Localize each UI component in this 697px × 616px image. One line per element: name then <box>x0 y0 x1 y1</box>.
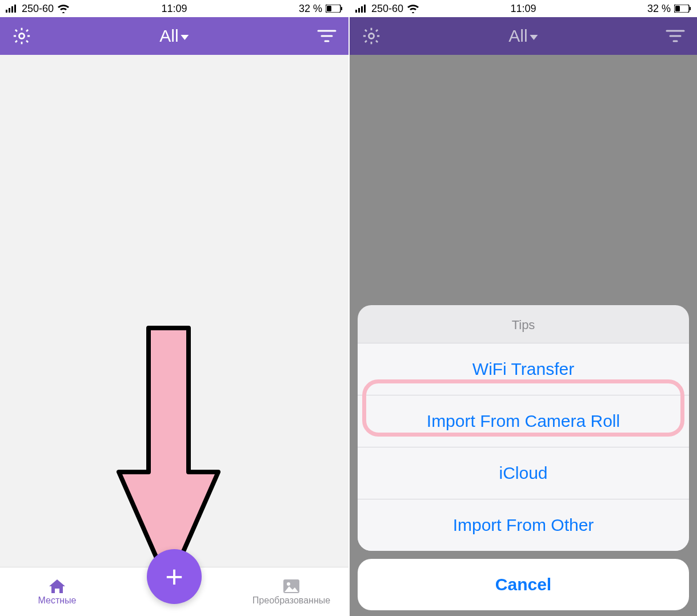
signal-icon <box>6 5 18 13</box>
status-right: 32 % <box>299 3 343 15</box>
nav-title-dropdown[interactable]: All <box>508 26 538 46</box>
filter-button[interactable] <box>664 25 687 47</box>
sheet-item-import-camera-roll[interactable]: Import From Camera Roll <box>358 395 689 447</box>
nav-title-label: All <box>508 26 527 46</box>
status-bar: 250-60 11:09 32 % <box>0 0 348 17</box>
status-right: 32 % <box>647 3 691 15</box>
svg-rect-15 <box>361 6 363 13</box>
screen-left: 250-60 11:09 32 % All <box>0 0 348 616</box>
status-left: 250-60 <box>355 3 419 15</box>
sheet-group: Tips WiFi Transfer Import From Camera Ro… <box>358 305 689 551</box>
sheet-item-wifi-transfer[interactable]: WiFi Transfer <box>358 343 689 395</box>
signal-icon <box>355 5 368 13</box>
clock: 11:09 <box>510 3 536 15</box>
carrier-label: 250-60 <box>371 3 403 15</box>
wifi-icon <box>407 4 419 13</box>
tab-converted[interactable]: Преобразованные <box>251 578 331 606</box>
svg-rect-16 <box>364 5 366 13</box>
nav-bar: All <box>0 17 348 55</box>
chevron-down-icon <box>181 35 189 40</box>
chevron-down-icon <box>530 35 538 40</box>
svg-rect-1 <box>9 8 10 13</box>
battery-icon <box>326 5 343 13</box>
svg-point-12 <box>287 582 290 586</box>
status-left: 250-60 <box>6 3 70 15</box>
svg-rect-13 <box>355 10 357 13</box>
battery-label: 32 % <box>299 3 322 15</box>
sheet-cancel-button[interactable]: Cancel <box>358 559 689 610</box>
svg-rect-0 <box>6 10 7 13</box>
carrier-label: 250-60 <box>22 3 54 15</box>
svg-rect-5 <box>327 6 331 11</box>
svg-point-20 <box>368 33 374 38</box>
action-sheet: Tips WiFi Transfer Import From Camera Ro… <box>358 305 689 610</box>
add-button[interactable]: + <box>147 549 202 604</box>
battery-icon <box>674 5 691 13</box>
content-empty <box>0 55 348 567</box>
nav-title-label: All <box>159 26 178 46</box>
wifi-icon <box>57 4 70 13</box>
svg-rect-14 <box>358 8 360 13</box>
svg-point-7 <box>19 33 24 38</box>
tab-converted-label: Преобразованные <box>253 595 330 606</box>
settings-button[interactable] <box>10 25 33 47</box>
svg-rect-6 <box>341 7 342 10</box>
battery-label: 32 % <box>647 3 671 15</box>
svg-rect-3 <box>14 5 16 13</box>
image-icon <box>282 578 301 594</box>
nav-title-dropdown[interactable]: All <box>159 26 189 46</box>
svg-rect-18 <box>675 6 680 11</box>
screen-right: 250-60 11:09 32 % All Tips <box>348 0 697 616</box>
filter-button[interactable] <box>315 25 338 47</box>
tab-local-label: Местные <box>38 595 77 606</box>
sheet-item-import-other[interactable]: Import From Other <box>358 499 689 551</box>
sheet-item-icloud[interactable]: iCloud <box>358 447 689 499</box>
tab-local[interactable]: Местные <box>17 578 97 606</box>
sheet-title: Tips <box>358 305 689 343</box>
tab-bar: Местные + Преобразованные <box>0 567 348 616</box>
clock: 11:09 <box>161 3 187 15</box>
svg-rect-19 <box>690 7 691 10</box>
content-empty: Tips WiFi Transfer Import From Camera Ro… <box>350 55 697 616</box>
status-bar: 250-60 11:09 32 % <box>350 0 697 17</box>
svg-rect-2 <box>11 6 13 13</box>
home-icon <box>48 578 66 594</box>
nav-bar: All <box>350 17 697 55</box>
plus-icon: + <box>165 561 183 592</box>
settings-button[interactable] <box>360 25 383 47</box>
